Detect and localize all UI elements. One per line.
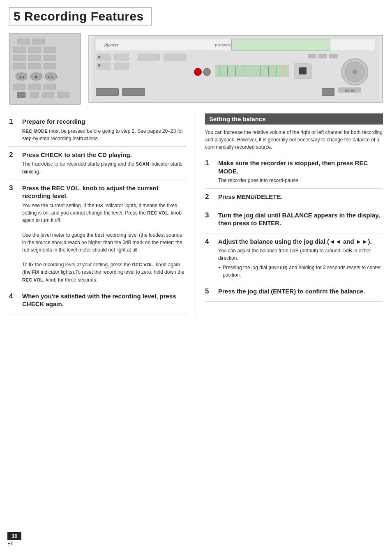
step-body-1: REC MODE must be pressed before going to… (22, 127, 187, 142)
svg-rect-3 (13, 47, 25, 53)
page-lang: En (7, 541, 14, 547)
step-left-2: 2 Press CHECK to start the CD playing. T… (9, 147, 187, 180)
step-right-content-3: Turn the jog dial until BALANCE appears … (218, 211, 383, 229)
step-content-4: When you're satisfied with the recording… (22, 292, 187, 310)
step-number-3: 3 (9, 184, 18, 284)
left-column: 1 Prepare for recording REC MODE must be… (9, 113, 196, 314)
bullet-item-1: Pressing the jog dial (ENTER) and holdin… (218, 264, 383, 279)
device-left-svg: ◄◄ ■ ►► (10, 34, 81, 105)
svg-rect-22 (30, 92, 39, 98)
svg-rect-33 (115, 63, 129, 69)
svg-text:Pioneer: Pioneer (104, 42, 119, 47)
step-right-content-5: Press the jog dial (ENTER) to confirm th… (218, 287, 383, 297)
svg-rect-21 (17, 92, 25, 98)
step-right-content-4: Adjust the balance using the jog dial (◄… (218, 238, 383, 279)
svg-rect-55 (96, 88, 119, 96)
svg-rect-24 (57, 92, 69, 98)
svg-rect-57 (322, 88, 334, 96)
svg-point-62 (98, 64, 101, 67)
step-body-2: The track/disc to be recorded starts pla… (22, 160, 187, 175)
step-content-1: Prepare for recording REC MODE must be p… (22, 118, 187, 142)
svg-text:⬛: ⬛ (299, 67, 307, 75)
step-body-3: You see the current setting. If the FIX … (22, 202, 187, 284)
step-right-title-4: Adjust the balance using the jog dial (◄… (218, 238, 383, 246)
step-right-body-1: The recorder goes into record-pause. (218, 177, 383, 184)
section-intro: You can increase the relative volume of … (205, 129, 383, 151)
step-right-content-1: Make sure the recorder is stopped, then … (218, 159, 383, 184)
svg-rect-2 (32, 39, 45, 44)
step-right-number-4: 4 (205, 238, 214, 279)
svg-rect-58 (308, 54, 316, 58)
svg-rect-10 (28, 63, 41, 69)
page-footer: 30 En (7, 532, 21, 547)
svg-point-37 (203, 68, 211, 76)
step-right-number-2: 2 (205, 193, 214, 203)
page-title: 5 Recording Features (14, 9, 144, 23)
svg-rect-6 (13, 55, 25, 61)
step-number-4: 4 (9, 292, 18, 310)
svg-rect-59 (319, 54, 327, 58)
page-number: 30 (7, 532, 21, 540)
device-left-panel: ◄◄ ■ ►► (9, 33, 81, 105)
step-right-4: 4 Adjust the balance using the jog dial … (205, 233, 383, 284)
svg-point-61 (98, 56, 101, 58)
svg-rect-9 (13, 63, 25, 69)
right-column: Setting the balance You can increase the… (196, 113, 383, 314)
svg-rect-20 (44, 84, 56, 90)
step-content-2: Press CHECK to start the CD playing. The… (22, 151, 187, 175)
svg-rect-34 (137, 54, 160, 60)
step-right-number-5: 5 (205, 287, 214, 297)
svg-point-52 (353, 69, 357, 74)
title-box: 5 Recording Features (9, 7, 152, 25)
step-left-4: 4 When you're satisfied with the recordi… (9, 288, 187, 314)
step-right-5: 5 Press the jog dial (ENTER) to confirm … (205, 283, 383, 302)
svg-rect-1 (17, 39, 30, 44)
step-number-2: 2 (9, 151, 18, 175)
step-right-title-5: Press the jog dial (ENTER) to confirm th… (218, 287, 383, 295)
step-left-1: 1 Prepare for recording REC MODE must be… (9, 113, 187, 147)
section-header: Setting the balance (205, 113, 383, 125)
step-right-title-2: Press MENU/DELETE. (218, 193, 383, 201)
svg-rect-23 (42, 92, 54, 98)
svg-rect-8 (44, 55, 56, 61)
step-right-title-1: Make sure the recorder is stopped, then … (218, 159, 383, 175)
svg-text:■: ■ (35, 75, 37, 79)
svg-text:◄◄: ◄◄ (18, 75, 25, 79)
step-right-content-2: Press MENU/DELETE. (218, 193, 383, 203)
step-content-3: Press the REC VOL. knob to adjust the cu… (22, 184, 187, 284)
step-right-body-4: You can adjust the balance from 0dB (def… (218, 247, 383, 279)
step-right-2: 2 Press MENU/DELETE. (205, 189, 383, 207)
step-title-3: Press the REC VOL. knob to adjust the cu… (22, 184, 187, 200)
step-right-title-3: Turn the jog dial until BALANCE appears … (218, 211, 383, 227)
svg-rect-5 (44, 47, 56, 53)
svg-rect-19 (28, 84, 41, 90)
step-title-2: Press CHECK to start the CD playing. (22, 151, 187, 159)
svg-rect-11 (44, 63, 56, 69)
svg-rect-18 (13, 84, 25, 90)
step-number-1: 1 (9, 118, 18, 142)
svg-text:PDR-W839: PDR-W839 (215, 43, 234, 47)
step-right-number-1: 1 (205, 159, 214, 184)
step-right-3: 3 Turn the jog dial until BALANCE appear… (205, 207, 383, 233)
device-right-panel: Pioneer PDR-W839 (88, 35, 383, 103)
svg-rect-60 (330, 54, 338, 58)
device-image-area: ◄◄ ■ ►► Pioneer (9, 30, 383, 108)
svg-rect-4 (28, 47, 41, 53)
step-title-4: When you're satisfied with the recording… (22, 292, 187, 308)
svg-text:►►: ►► (48, 75, 54, 79)
step-right-1: 1 Make sure the recorder is stopped, the… (205, 155, 383, 189)
step-left-3: 3 Press the REC VOL. knob to adjust the … (9, 180, 187, 288)
svg-rect-56 (122, 88, 145, 96)
svg-point-36 (194, 68, 202, 76)
svg-rect-35 (164, 54, 187, 60)
svg-rect-29 (232, 39, 330, 51)
main-content: 1 Prepare for recording REC MODE must be… (9, 113, 383, 314)
page: 5 Recording Features (0, 0, 392, 554)
step-right-number-3: 3 (205, 211, 214, 229)
svg-rect-31 (115, 54, 129, 60)
device-right-svg: Pioneer PDR-W839 (89, 36, 382, 103)
bullet-text-1: Pressing the jog dial (ENTER) and holdin… (223, 264, 383, 279)
step-title-1: Prepare for recording (22, 118, 187, 126)
svg-text:ENTER: ENTER (345, 89, 355, 92)
svg-rect-7 (28, 55, 41, 61)
